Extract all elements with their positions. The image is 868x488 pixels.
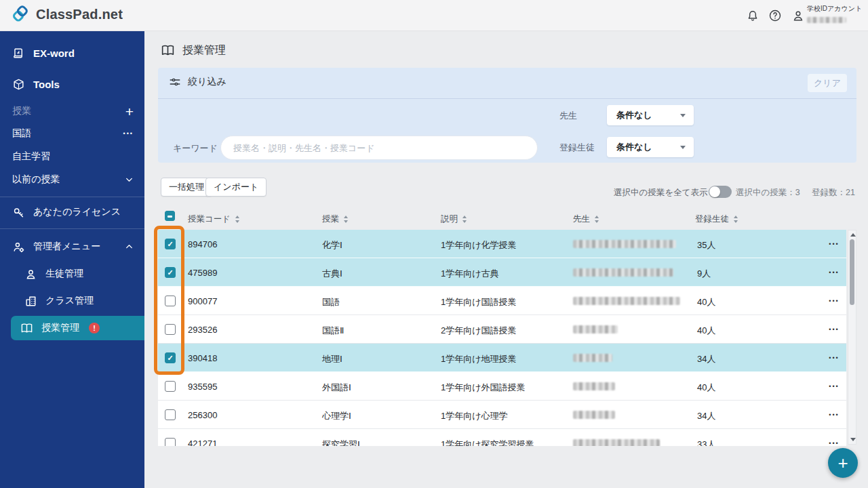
row-checkbox[interactable]: ✓ bbox=[165, 267, 176, 278]
sidebar-item-student-management[interactable]: 生徒管理 bbox=[0, 262, 144, 285]
show-selected-toggle[interactable] bbox=[709, 186, 732, 198]
cell-student-count: 34人 bbox=[697, 410, 715, 422]
scroll-up-icon[interactable] bbox=[850, 233, 856, 237]
account-user-icon[interactable] bbox=[791, 9, 805, 22]
row-menu-button[interactable]: ••• bbox=[819, 429, 846, 446]
cell-student-count: 40人 bbox=[697, 296, 715, 308]
sidebar-item-label: EX-word bbox=[33, 47, 75, 59]
table-row[interactable]: 256300心理学Ⅰ1学年向け心理学34人••• bbox=[158, 401, 846, 429]
row-menu-button[interactable]: ••• bbox=[819, 401, 846, 429]
sidebar-item-admin-menu[interactable]: 管理者メニュー bbox=[0, 235, 144, 258]
kokugo-menu-icon[interactable]: ••• bbox=[123, 130, 134, 137]
app-header: ClassPad.net 学校IDアカウント bbox=[0, 0, 868, 31]
sidebar-section-label: 授業 bbox=[12, 105, 31, 117]
student-icon bbox=[24, 268, 37, 281]
cell-teacher-redacted bbox=[573, 240, 676, 248]
row-menu-button[interactable]: ••• bbox=[819, 315, 846, 344]
add-class-icon[interactable]: + bbox=[125, 104, 134, 119]
row-menu-button[interactable]: ••• bbox=[819, 258, 846, 287]
table-row[interactable]: 421271探究学習Ⅰ1学年向け探究学習授業33人••• bbox=[158, 429, 846, 446]
sidebar-item-previous-classes[interactable]: 以前の授業 bbox=[0, 168, 144, 191]
sidebar-item-class-management[interactable]: クラス管理 bbox=[0, 289, 144, 312]
cell-class-name: 古典Ⅰ bbox=[322, 268, 342, 280]
cell-class-code: 894706 bbox=[188, 239, 217, 249]
students-filter-label: 登録生徒 bbox=[559, 142, 595, 154]
cell-student-count: 9人 bbox=[697, 268, 711, 280]
sidebar-divider bbox=[0, 197, 144, 197]
row-menu-button[interactable]: ••• bbox=[819, 230, 846, 258]
clear-filter-button[interactable]: クリア bbox=[808, 74, 847, 92]
row-menu-button[interactable]: ••• bbox=[819, 344, 846, 372]
cell-student-count: 35人 bbox=[697, 239, 715, 251]
table-row[interactable]: ✓894706化学Ⅰ1学年向け化学授業35人••• bbox=[158, 230, 846, 258]
sidebar-item-lesson-management-active[interactable]: 授業管理 ! bbox=[11, 316, 144, 340]
filter-title: 絞り込み bbox=[188, 76, 226, 88]
cell-description: 1学年向け化学授業 bbox=[441, 239, 517, 251]
show-selected-toggle-label: 選択中の授業を全て表示 bbox=[614, 187, 707, 199]
row-menu-button[interactable]: ••• bbox=[819, 372, 846, 401]
scroll-down-icon[interactable] bbox=[850, 438, 856, 441]
toggle-knob bbox=[709, 186, 720, 197]
key-icon bbox=[12, 206, 25, 219]
row-menu-button[interactable]: ••• bbox=[819, 287, 846, 315]
sort-icon bbox=[595, 216, 599, 223]
table-row[interactable]: 900077国語1学年向け国語授業40人••• bbox=[158, 287, 846, 315]
cell-teacher-redacted bbox=[573, 439, 660, 446]
students-filter-dropdown[interactable]: 条件なし bbox=[607, 137, 694, 157]
cell-class-name: 化学Ⅰ bbox=[322, 239, 342, 251]
page-title-text: 授業管理 bbox=[182, 43, 226, 58]
row-checkbox[interactable] bbox=[165, 296, 176, 306]
cell-description: 2学年向け国語授業 bbox=[441, 325, 517, 337]
column-header-class[interactable]: 授業 bbox=[322, 214, 348, 225]
row-checkbox[interactable] bbox=[165, 438, 176, 446]
brand[interactable]: ClassPad.net bbox=[12, 5, 123, 23]
row-checkbox[interactable]: ✓ bbox=[165, 239, 176, 249]
table-row[interactable]: ✓475989古典Ⅰ1学年向け古典9人••• bbox=[158, 258, 846, 287]
cell-class-code: 390418 bbox=[188, 353, 217, 363]
filter-sliders-icon bbox=[169, 76, 181, 88]
table-row[interactable]: 935595外国語Ⅰ1学年向け外国語授業40人••• bbox=[158, 372, 846, 401]
notifications-bell-icon[interactable] bbox=[746, 9, 760, 22]
cell-class-name: 探究学習Ⅰ bbox=[322, 439, 360, 446]
cell-teacher-redacted bbox=[573, 268, 673, 277]
row-checkbox[interactable] bbox=[165, 324, 176, 335]
classpad-logo-icon bbox=[12, 5, 30, 23]
sidebar-section-classes: 授業 + bbox=[0, 100, 144, 123]
dictionary-icon bbox=[12, 47, 25, 60]
column-header-code[interactable]: 授業コード bbox=[188, 214, 239, 225]
table-row[interactable]: ✓390418地理Ⅰ1学年向け地理授業34人••• bbox=[158, 344, 846, 372]
row-checkbox[interactable] bbox=[165, 409, 176, 420]
select-all-checkbox[interactable] bbox=[165, 211, 175, 221]
add-class-fab[interactable]: + bbox=[828, 448, 858, 478]
students-filter-value: 条件なし bbox=[616, 141, 652, 153]
sidebar-item-self-study[interactable]: 自主学習 bbox=[0, 145, 144, 168]
row-checkbox[interactable]: ✓ bbox=[165, 352, 176, 363]
bulk-action-button[interactable]: 一括処理 bbox=[161, 178, 212, 197]
sidebar-item-tools[interactable]: Tools bbox=[0, 72, 144, 96]
keyword-search-input[interactable] bbox=[220, 136, 538, 160]
sidebar-item-kokugo[interactable]: 国語 ••• bbox=[0, 122, 144, 145]
column-header-teacher[interactable]: 先生 bbox=[573, 214, 599, 225]
cell-description: 1学年向け心理学 bbox=[441, 410, 508, 422]
table-row[interactable]: 293526国語Ⅱ2学年向け国語授業40人••• bbox=[158, 315, 846, 344]
sidebar-item-label: 自主学習 bbox=[12, 150, 50, 163]
brand-name: ClassPad.net bbox=[36, 7, 123, 22]
column-header-students[interactable]: 登録生徒 bbox=[695, 214, 738, 225]
sidebar: EX-word Tools 授業 + 国語 ••• 自主学習 以前の授業 あなた… bbox=[0, 31, 144, 488]
building-icon bbox=[24, 295, 37, 308]
import-button[interactable]: インポート bbox=[205, 178, 267, 197]
sidebar-item-ex-word[interactable]: EX-word bbox=[0, 41, 144, 65]
help-icon[interactable] bbox=[768, 9, 782, 22]
chevron-down-icon bbox=[680, 146, 686, 149]
sort-icon bbox=[462, 216, 467, 223]
sidebar-item-license[interactable]: あなたのライセンス bbox=[0, 201, 144, 224]
open-book-icon bbox=[161, 43, 175, 58]
filter-panel: 絞り込み クリア 先生 条件なし 登録生徒 条件なし キーワード bbox=[158, 68, 856, 163]
toolbox-icon bbox=[12, 78, 25, 91]
row-checkbox[interactable] bbox=[165, 381, 176, 392]
account-info[interactable]: 学校IDアカウント bbox=[807, 4, 862, 26]
scrollbar-thumb[interactable] bbox=[850, 239, 854, 305]
column-header-description[interactable]: 説明 bbox=[441, 214, 467, 225]
table-scrollbar[interactable] bbox=[848, 230, 856, 445]
teacher-filter-dropdown[interactable]: 条件なし bbox=[607, 105, 694, 125]
